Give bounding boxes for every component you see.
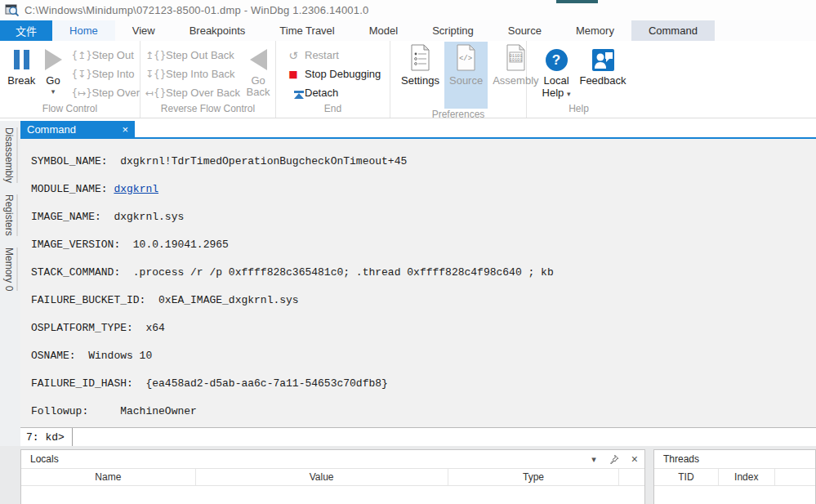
restart-label: Restart [305, 49, 339, 61]
command-input[interactable] [73, 428, 816, 446]
command-input-row: 7: kd> [20, 427, 816, 446]
command-output-line: MODULE_NAME: dxgkrnl [31, 176, 816, 203]
step-into-back-icon: ↧{} [145, 69, 163, 80]
stop-debugging-button[interactable]: ■ Stop Debugging [284, 65, 381, 83]
locals-panel-title: Locals [30, 453, 579, 465]
step-into-label: Step Into [91, 68, 134, 80]
threads-column-headers: TIDIndex [654, 469, 815, 486]
restart-icon: ↺ [284, 49, 302, 62]
threads-panel-body[interactable] [654, 486, 815, 504]
ribbon: Break Go ▾ {↥} Step Out {↧} Step Into {↦… [0, 41, 816, 118]
feedback-icon [592, 49, 614, 71]
settings-icon [409, 44, 431, 71]
command-output-line: IMAGE_NAME: dxgkrnl.sys [31, 203, 816, 231]
close-icon[interactable]: × [631, 453, 638, 466]
step-into-icon: {↧} [71, 69, 89, 80]
step-into-button[interactable]: {↧} Step Into [71, 65, 140, 83]
sidebar-tab-disassembly[interactable]: Disassembly [3, 127, 18, 183]
chevron-down-icon: ▾ [51, 88, 56, 95]
command-panel: Command × SYMBOL_NAME: dxgkrnl!TdrTimedO… [20, 121, 816, 446]
ribbon-group-flow-control: Break Go ▾ {↥} Step Out {↧} Step Into {↦… [0, 41, 140, 118]
detach-button[interactable]: Detach [284, 83, 381, 102]
locals-panel-header: Locals ▾ × [21, 450, 644, 469]
command-output-line: OSPLATFORM_TYPE: x64 [31, 314, 816, 342]
ribbon-tab-source[interactable]: Source [491, 20, 559, 41]
document-tab-bar: Command × [20, 121, 816, 139]
ribbon-tab-scripting[interactable]: Scripting [415, 20, 491, 41]
ribbon-tab-home[interactable]: Home [52, 20, 115, 41]
group-label-end: End [276, 103, 390, 118]
step-over-back-icon: ↤{} [145, 87, 163, 99]
ribbon-tab-file[interactable]: 文件 [0, 20, 52, 41]
break-button[interactable]: Break [3, 46, 40, 87]
settings-button[interactable]: Settings [396, 42, 444, 109]
step-out-button[interactable]: {↥} Step Out [71, 46, 140, 65]
threads-panel: Threads TIDIndex [653, 449, 816, 504]
ribbon-tab-time-travel[interactable]: Time Travel [262, 20, 351, 41]
stop-icon: ■ [284, 69, 302, 80]
step-out-back-label: Step Out Back [166, 49, 234, 61]
stop-debugging-label: Stop Debugging [305, 68, 381, 80]
play-icon [45, 49, 62, 70]
restart-button[interactable]: ↺ Restart [284, 46, 381, 65]
local-help-label-2: Help [542, 87, 564, 99]
ribbon-tab-breakpoints[interactable]: Breakpoints [172, 20, 263, 41]
ribbon-tab-model[interactable]: Model [352, 20, 415, 41]
feedback-button[interactable]: Feedback [577, 47, 628, 87]
ribbon-tab-memory[interactable]: Memory [559, 20, 631, 41]
ribbon-tab-view[interactable]: View [115, 20, 172, 41]
command-output-line: IMAGE_VERSION: 10.0.19041.2965 [31, 231, 816, 259]
go-label: Go [46, 75, 60, 87]
go-back-button[interactable]: Go Back [242, 46, 274, 98]
go-back-label-1: Go [251, 74, 265, 87]
pin-icon[interactable] [609, 454, 619, 465]
ribbon-group-preferences: Settings </> Source 01101 10101 Ass [390, 41, 527, 118]
column-header-index[interactable]: Index [719, 469, 775, 485]
tab-command[interactable]: Command × [20, 121, 135, 137]
sidebar-tab-memory-0[interactable]: Memory 0 [3, 248, 18, 291]
feedback-label: Feedback [579, 74, 626, 87]
close-icon[interactable]: × [122, 123, 128, 136]
ribbon-tab-bar: 文件HomeViewBreakpointsTime TravelModelScr… [0, 20, 816, 41]
command-output-line: Followup: MachineOwner [31, 398, 816, 426]
column-header-name[interactable]: Name [21, 469, 196, 485]
locals-panel-body[interactable] [21, 486, 644, 504]
group-label-reverse-flow-control: Reverse Flow Control [140, 103, 275, 118]
sidebar-tab-registers[interactable]: Registers [3, 194, 18, 236]
go-back-label-2: Back [247, 86, 270, 98]
step-out-back-button[interactable]: ↥{} Step Out Back [145, 46, 240, 65]
screen-edge-artifact [556, 0, 598, 3]
column-header-value[interactable]: Value [196, 469, 448, 485]
ribbon-tab-command[interactable]: Command [631, 20, 715, 41]
question-mark-icon: ? [546, 49, 568, 71]
module-name-link[interactable]: dxgkrnl [114, 183, 158, 195]
svg-text:</>: </> [459, 55, 472, 63]
svg-text:10101: 10101 [509, 58, 522, 63]
step-into-back-label: Step Into Back [166, 68, 235, 80]
assembly-icon: 01101 10101 [505, 44, 527, 71]
source-button[interactable]: </> Source [444, 42, 488, 109]
step-into-back-button[interactable]: ↧{} Step Into Back [145, 65, 240, 83]
threads-panel-title: Threads [663, 453, 809, 465]
pause-icon [14, 49, 29, 70]
windbg-app-icon [5, 4, 19, 16]
group-label-flow-control: Flow Control [0, 103, 140, 118]
step-out-icon: {↥} [71, 50, 89, 61]
step-over-label: Step Over [91, 87, 140, 99]
column-header-type[interactable]: Type [448, 469, 620, 485]
title-bar: C:\Windows\Minidump\072123-8500-01.dmp -… [0, 0, 816, 20]
panel-splitter[interactable] [645, 449, 653, 504]
column-header-tid[interactable]: TID [654, 469, 719, 485]
command-output-line: FAILURE_BUCKET_ID: 0xEA_IMAGE_dxgkrnl.sy… [31, 287, 816, 314]
locals-panel: Locals ▾ × NameValueType [20, 449, 645, 504]
chevron-down-icon[interactable]: ▾ [591, 454, 596, 465]
step-over-back-button[interactable]: ↤{} Step Over Back [145, 83, 240, 102]
group-label-preferences: Preferences [390, 109, 526, 120]
command-output-line: OSNAME: Windows 10 [31, 342, 816, 370]
local-help-button[interactable]: ? Local Help ▾ [535, 47, 577, 99]
command-output[interactable]: SYMBOL_NAME: dxgkrnl!TdrTimedOperationBu… [20, 139, 816, 427]
ribbon-group-help: ? Local Help ▾ Feedback Help [527, 41, 631, 118]
go-button[interactable]: Go ▾ [40, 46, 67, 95]
command-output-line: FAILURE_ID_HASH: {ea458ad2-d5ab-aa6c-7a1… [31, 370, 816, 398]
step-over-button[interactable]: {↦} Step Over [71, 83, 140, 102]
